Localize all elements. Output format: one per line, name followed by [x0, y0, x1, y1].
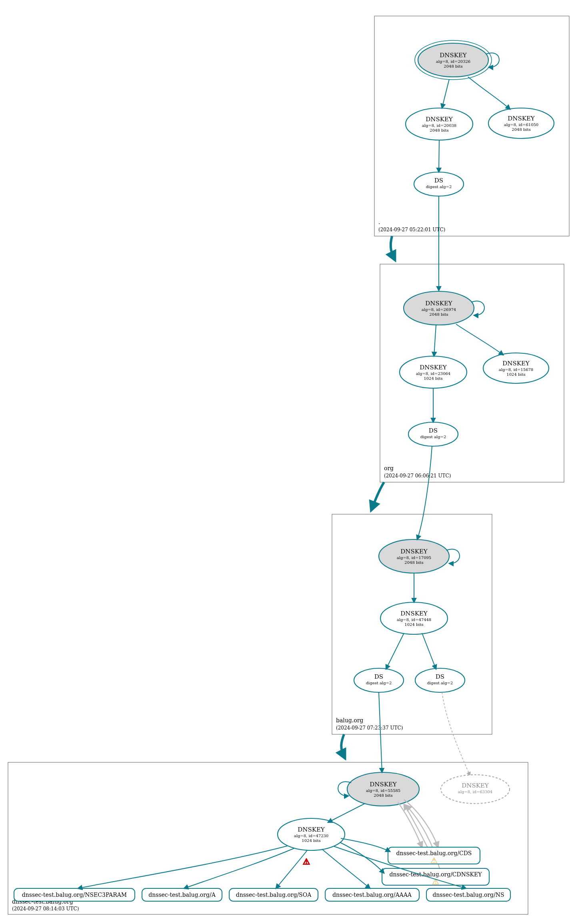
- svg-text:1024 bits: 1024 bits: [302, 838, 320, 843]
- dnssec-revoked-node: DNSKEY alg=8, id=63304: [441, 775, 510, 804]
- svg-text:2048 bits: 2048 bits: [444, 64, 462, 68]
- svg-text:DS: DS: [434, 177, 443, 184]
- org-ksk-node: DNSKEY alg=8, id=26974 2048 bits: [404, 291, 474, 325]
- svg-text:DS: DS: [436, 673, 444, 680]
- rr-nsec3param: dnssec-test.balug.org/NSEC3PARAM: [14, 888, 135, 901]
- balug-ds1-node: DS digest alg=2: [354, 668, 404, 692]
- svg-text:dnssec-test.balug.org/A: dnssec-test.balug.org/A: [148, 892, 216, 898]
- svg-text:alg=8, id=61050: alg=8, id=61050: [504, 122, 538, 127]
- svg-text:2048 bits: 2048 bits: [404, 560, 423, 565]
- org-zsk1-node: DNSKEY alg=8, id=23064 1024 bits: [400, 356, 467, 388]
- zone-dnssec: dnssec-test.balug.org (2024-09-27 08:14:…: [8, 692, 528, 914]
- svg-text:alg=8, id=20038: alg=8, id=20038: [422, 123, 456, 128]
- zone-dnssec-ts: (2024-09-27 08:14:03 UTC): [12, 906, 79, 912]
- svg-text:DNSKEY: DNSKEY: [420, 364, 447, 371]
- warning-icon: ⚠: [430, 856, 438, 865]
- svg-text:dnssec-test.balug.org/SOA: dnssec-test.balug.org/SOA: [236, 892, 312, 898]
- svg-text:alg=8, id=26974: alg=8, id=26974: [422, 307, 456, 312]
- svg-point-45: [415, 668, 465, 692]
- svg-text:DNSKEY: DNSKEY: [426, 116, 453, 123]
- svg-text:digest alg=2: digest alg=2: [426, 184, 452, 189]
- svg-text:alg=8, id=47230: alg=8, id=47230: [294, 834, 328, 838]
- rr-soa: dnssec-test.balug.org/SOA: [229, 888, 318, 901]
- svg-text:2048 bits: 2048 bits: [430, 128, 448, 132]
- svg-text:DNSKEY: DNSKEY: [508, 115, 535, 122]
- svg-point-30: [408, 422, 458, 446]
- dnssec-zsk-node: DNSKEY alg=8, id=47230 1024 bits: [278, 818, 345, 850]
- svg-text:2048 bits: 2048 bits: [374, 793, 392, 798]
- zone-root: . (2024-09-27 05:22:01 UTC) DNSKEY alg=8…: [374, 16, 569, 236]
- svg-text:digest alg=2: digest alg=2: [427, 681, 453, 685]
- root-zsk2-node: DNSKEY alg=8, id=61050 2048 bits: [488, 108, 554, 138]
- svg-text:1024 bits: 1024 bits: [424, 376, 442, 381]
- svg-point-53: [441, 775, 510, 804]
- svg-text:alg=8, id=63304: alg=8, id=63304: [458, 790, 492, 794]
- rr-aaaa: dnssec-test.balug.org/AAAA: [325, 888, 419, 901]
- svg-text:DNSKEY: DNSKEY: [400, 610, 428, 617]
- svg-text:digest alg=2: digest alg=2: [420, 435, 446, 439]
- svg-text:DNSKEY: DNSKEY: [370, 781, 397, 788]
- svg-text:alg=8, id=17095: alg=8, id=17095: [397, 555, 431, 560]
- svg-text:DNSKEY: DNSKEY: [502, 360, 530, 367]
- svg-text:DS: DS: [374, 673, 383, 680]
- svg-text:2048 bits: 2048 bits: [429, 312, 448, 317]
- root-ds-node: DS digest alg=2: [414, 172, 464, 196]
- balug-zsk-node: DNSKEY alg=8, id=47448 1024 bits: [380, 602, 448, 634]
- zone-org-label: org: [384, 465, 394, 471]
- rr-cdnskey: dnssec-test.balug.org/CDNSKEY ⚠: [382, 868, 489, 886]
- svg-text:1024 bits: 1024 bits: [506, 372, 525, 377]
- svg-point-14: [414, 172, 464, 196]
- zone-org: org (2024-09-27 06:06:21 UTC) DNSKEY alg…: [380, 196, 564, 482]
- zone-root-ts: (2024-09-27 05:22:01 UTC): [378, 227, 445, 233]
- svg-point-42: [354, 668, 404, 692]
- svg-text:digest alg=2: digest alg=2: [366, 681, 392, 685]
- svg-text:DNSKEY: DNSKEY: [400, 548, 428, 555]
- zone-balug: balug.org (2024-09-27 07:23:37 UTC) DNSK…: [332, 446, 492, 734]
- edge-root-to-org: [391, 236, 394, 258]
- edge-org-to-balug: [372, 482, 384, 508]
- warning-icon-red: ⚠: [303, 857, 310, 866]
- svg-text:DS: DS: [429, 427, 438, 434]
- svg-text:2048 bits: 2048 bits: [512, 127, 530, 132]
- svg-text:dnssec-test.balug.org/NS: dnssec-test.balug.org/NS: [432, 892, 504, 898]
- rr-a: dnssec-test.balug.org/A: [142, 888, 222, 901]
- svg-text:DNSKEY: DNSKEY: [298, 826, 325, 833]
- svg-text:alg=8, id=15678: alg=8, id=15678: [499, 367, 533, 372]
- zone-balug-ts: (2024-09-27 07:23:37 UTC): [336, 725, 403, 731]
- rr-cds: dnssec-test.balug.org/CDS ⚠: [388, 847, 480, 865]
- rr-ns: dnssec-test.balug.org/NS: [426, 888, 510, 901]
- edge-balug-to-dnssec: [341, 734, 344, 756]
- svg-text:dnssec-test.balug.org/NSEC3PAR: dnssec-test.balug.org/NSEC3PARAM: [22, 892, 127, 898]
- balug-ds2-node: DS digest alg=2: [415, 668, 465, 692]
- org-ds-node: DS digest alg=2: [408, 422, 458, 446]
- svg-text:alg=8, id=23064: alg=8, id=23064: [416, 371, 450, 376]
- svg-text:alg=8, id=47448: alg=8, id=47448: [397, 617, 431, 622]
- svg-text:DNSKEY: DNSKEY: [440, 52, 467, 59]
- org-zsk2-node: DNSKEY alg=8, id=15678 1024 bits: [483, 353, 549, 383]
- svg-text:DNSKEY: DNSKEY: [425, 300, 453, 307]
- balug-ksk-node: DNSKEY alg=8, id=17095 2048 bits: [379, 539, 449, 573]
- svg-text:DNSKEY: DNSKEY: [462, 782, 489, 789]
- zone-org-ts: (2024-09-27 06:06:21 UTC): [384, 473, 451, 479]
- svg-text:1024 bits: 1024 bits: [404, 622, 423, 627]
- svg-text:alg=8, id=55585: alg=8, id=55585: [366, 788, 400, 793]
- zone-root-label: .: [378, 219, 380, 225]
- root-ksk-node: DNSKEY alg=8, id=20326 2048 bits: [415, 40, 492, 80]
- svg-text:alg=8, id=20326: alg=8, id=20326: [436, 59, 470, 64]
- root-zsk1-node: DNSKEY alg=8, id=20038 2048 bits: [406, 108, 473, 140]
- zone-balug-label: balug.org: [336, 717, 363, 724]
- svg-text:dnssec-test.balug.org/AAAA: dnssec-test.balug.org/AAAA: [332, 892, 412, 898]
- dnssec-ksk-node: DNSKEY alg=8, id=55585 2048 bits: [347, 772, 419, 806]
